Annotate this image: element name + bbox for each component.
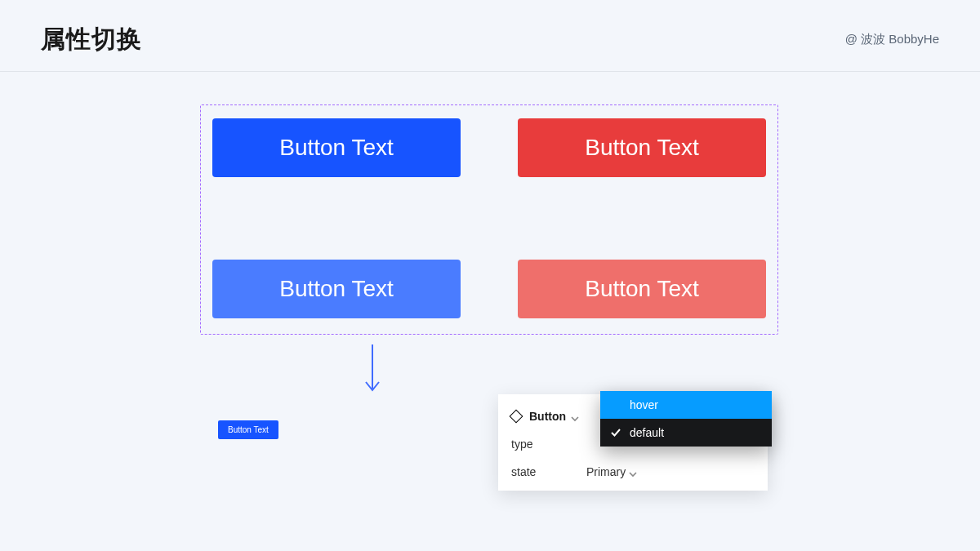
button-label: Button Text xyxy=(585,276,699,302)
property-label: type xyxy=(511,438,586,451)
page-header: 属性切换 @ 波波 BobbyHe xyxy=(0,0,980,72)
check-icon xyxy=(610,427,621,438)
check-placeholder xyxy=(610,399,621,411)
button-instance[interactable]: Button Text xyxy=(218,420,278,439)
button-label: Button Text xyxy=(585,135,699,161)
chevron-down-icon xyxy=(571,412,579,420)
button-label: Button Text xyxy=(228,425,269,434)
button-danger-default[interactable]: Button Text xyxy=(518,118,766,177)
component-icon xyxy=(510,410,523,424)
component-variants-frame[interactable]: Button Text Button Text Button Text Butt… xyxy=(200,104,778,335)
button-label: Button Text xyxy=(279,135,394,161)
button-label: Button Text xyxy=(279,276,394,302)
property-label: state xyxy=(511,465,586,478)
property-row-state[interactable]: state Primary xyxy=(498,458,768,486)
button-primary-default[interactable]: Button Text xyxy=(212,118,461,177)
option-label: hover xyxy=(630,398,658,411)
dropdown-option-hover[interactable]: hover xyxy=(600,391,772,419)
property-value: Primary xyxy=(586,465,637,478)
page-title: 属性切换 xyxy=(41,23,142,56)
chevron-down-icon xyxy=(629,468,637,476)
state-value-text: Primary xyxy=(586,465,626,478)
type-dropdown: hover default xyxy=(600,391,772,447)
dropdown-option-default[interactable]: default xyxy=(600,419,772,447)
button-primary-hover[interactable]: Button Text xyxy=(212,260,461,318)
option-label: default xyxy=(630,426,664,439)
component-name: Button xyxy=(529,410,566,423)
button-danger-hover[interactable]: Button Text xyxy=(518,260,766,318)
arrow-down-icon xyxy=(363,343,382,393)
author-credit: @ 波波 BobbyHe xyxy=(845,32,939,47)
